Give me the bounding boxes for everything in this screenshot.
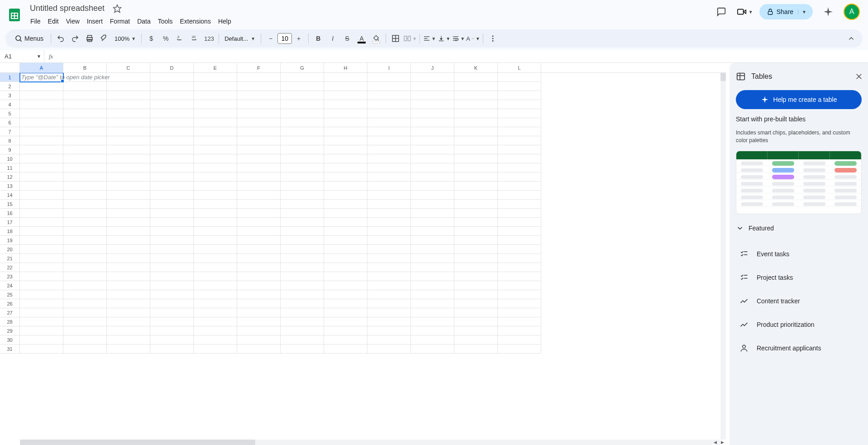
row-header[interactable]: 6 bbox=[0, 118, 20, 127]
cell[interactable] bbox=[411, 136, 454, 145]
cell[interactable] bbox=[324, 136, 367, 145]
cell[interactable] bbox=[454, 82, 498, 91]
cell[interactable] bbox=[324, 335, 367, 345]
cell[interactable] bbox=[411, 127, 454, 136]
share-more-caret-icon[interactable]: ▼ bbox=[798, 10, 806, 14]
cell[interactable] bbox=[411, 290, 454, 299]
cell[interactable] bbox=[237, 100, 281, 109]
row-header[interactable]: 17 bbox=[0, 218, 20, 227]
font-select[interactable]: Default... ▼ bbox=[222, 35, 258, 42]
cell[interactable] bbox=[194, 335, 237, 345]
menu-format[interactable]: Format bbox=[107, 16, 133, 27]
cell[interactable] bbox=[498, 326, 541, 335]
cell[interactable] bbox=[107, 299, 150, 308]
cell[interactable] bbox=[367, 91, 411, 100]
cell[interactable] bbox=[237, 272, 281, 281]
row-header[interactable]: 29 bbox=[0, 326, 20, 335]
cell[interactable] bbox=[237, 345, 281, 354]
cell[interactable] bbox=[281, 299, 324, 308]
cell[interactable] bbox=[150, 326, 194, 335]
cell[interactable] bbox=[194, 308, 237, 317]
cell[interactable] bbox=[498, 109, 541, 118]
cell[interactable] bbox=[498, 236, 541, 245]
cell[interactable] bbox=[20, 154, 63, 163]
cell[interactable] bbox=[411, 191, 454, 200]
cell[interactable] bbox=[281, 345, 324, 354]
row-header[interactable]: 18 bbox=[0, 227, 20, 236]
cell[interactable] bbox=[324, 345, 367, 354]
cell[interactable] bbox=[194, 281, 237, 290]
cell[interactable] bbox=[20, 136, 63, 145]
menu-insert[interactable]: Insert bbox=[84, 16, 106, 27]
paint-format-button[interactable] bbox=[97, 32, 111, 45]
cell[interactable] bbox=[63, 254, 107, 263]
cell[interactable] bbox=[498, 145, 541, 154]
cell[interactable] bbox=[237, 109, 281, 118]
cell[interactable] bbox=[367, 308, 411, 317]
row-header[interactable]: 10 bbox=[0, 154, 20, 163]
cell[interactable] bbox=[367, 127, 411, 136]
doc-title[interactable]: Untitled spreadsheet bbox=[27, 3, 107, 14]
cell[interactable] bbox=[150, 308, 194, 317]
row-header[interactable]: 27 bbox=[0, 308, 20, 317]
cell[interactable] bbox=[498, 163, 541, 172]
cell[interactable] bbox=[63, 345, 107, 354]
cell[interactable] bbox=[324, 272, 367, 281]
cell[interactable] bbox=[237, 335, 281, 345]
cell[interactable] bbox=[411, 100, 454, 109]
cell[interactable] bbox=[194, 254, 237, 263]
cell[interactable] bbox=[454, 263, 498, 272]
cell[interactable] bbox=[324, 163, 367, 172]
cell[interactable] bbox=[411, 73, 454, 82]
row-header[interactable]: 21 bbox=[0, 254, 20, 263]
cell[interactable] bbox=[367, 299, 411, 308]
row-header[interactable]: 9 bbox=[0, 145, 20, 154]
cell[interactable] bbox=[281, 272, 324, 281]
cell[interactable] bbox=[411, 308, 454, 317]
cell[interactable] bbox=[20, 272, 63, 281]
row-header[interactable]: 20 bbox=[0, 245, 20, 254]
cell[interactable] bbox=[237, 299, 281, 308]
cell[interactable] bbox=[411, 227, 454, 236]
cell[interactable] bbox=[498, 308, 541, 317]
cell[interactable] bbox=[194, 272, 237, 281]
cell[interactable] bbox=[324, 118, 367, 127]
cell[interactable] bbox=[107, 163, 150, 172]
cell[interactable] bbox=[194, 91, 237, 100]
cell[interactable] bbox=[454, 308, 498, 317]
cell[interactable] bbox=[63, 245, 107, 254]
row-header[interactable]: 3 bbox=[0, 91, 20, 100]
row-header[interactable]: 19 bbox=[0, 236, 20, 245]
cell[interactable] bbox=[411, 317, 454, 326]
text-rotation-button[interactable]: A→▼ bbox=[466, 32, 480, 45]
cell[interactable] bbox=[150, 218, 194, 227]
cell[interactable] bbox=[367, 73, 411, 82]
cell[interactable] bbox=[150, 163, 194, 172]
cell[interactable] bbox=[107, 317, 150, 326]
cell[interactable] bbox=[498, 281, 541, 290]
column-header[interactable]: L bbox=[498, 63, 541, 72]
collapse-toolbar-button[interactable] bbox=[844, 32, 858, 45]
cell[interactable] bbox=[107, 182, 150, 191]
cell[interactable] bbox=[324, 154, 367, 163]
cell[interactable] bbox=[411, 109, 454, 118]
cell[interactable] bbox=[194, 345, 237, 354]
cell[interactable] bbox=[150, 109, 194, 118]
template-item[interactable]: Project tasks bbox=[736, 266, 866, 289]
cell[interactable] bbox=[20, 326, 63, 335]
row-header[interactable]: 8 bbox=[0, 136, 20, 145]
cell[interactable] bbox=[150, 154, 194, 163]
cell[interactable] bbox=[324, 245, 367, 254]
cell[interactable] bbox=[281, 218, 324, 227]
cell[interactable] bbox=[194, 145, 237, 154]
menu-view[interactable]: View bbox=[63, 16, 83, 27]
cell[interactable] bbox=[411, 172, 454, 182]
cell[interactable] bbox=[63, 127, 107, 136]
cell[interactable] bbox=[20, 145, 63, 154]
cell[interactable] bbox=[107, 218, 150, 227]
cell[interactable] bbox=[498, 335, 541, 345]
cell[interactable] bbox=[194, 127, 237, 136]
cell[interactable] bbox=[63, 227, 107, 236]
cell[interactable] bbox=[20, 299, 63, 308]
cell[interactable] bbox=[107, 109, 150, 118]
